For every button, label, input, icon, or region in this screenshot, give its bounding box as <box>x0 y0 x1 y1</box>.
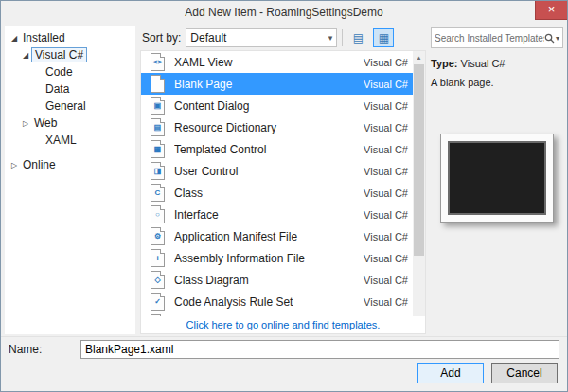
collapsed-triangle-icon: ▷ <box>9 161 20 169</box>
application-manifest-file-icon: ⚙ <box>151 227 165 245</box>
template-item-interface[interactable]: ○ Interface Visual C# <box>141 204 425 225</box>
expanded-triangle-icon: ◢ <box>9 34 20 43</box>
medium-icons-view-button[interactable]: ▤ <box>347 28 368 47</box>
user-control-icon: ◨ <box>151 162 165 180</box>
template-rows: <> XAML View Visual C# Blank Page Visual… <box>141 51 425 316</box>
type-label: Type: <box>431 58 458 69</box>
tree-spacer <box>5 149 135 156</box>
button-row: Add Cancel <box>1 361 567 391</box>
code-file-icon: <> <box>151 314 165 316</box>
template-item-application-manifest-file[interactable]: ⚙ Application Manifest File Visual C# <box>141 225 425 247</box>
template-type-line: Type: Visual C# <box>431 58 563 69</box>
class-diagram-icon: ◇ <box>151 271 165 289</box>
grid-view-icon: ▦ <box>379 31 389 45</box>
content-dialog-icon: ▣ <box>151 97 165 115</box>
online-templates-link-row: Click here to go online and find templat… <box>141 316 425 333</box>
add-button[interactable]: Add <box>417 363 484 383</box>
window-title: Add New Item - RoamingSettingsDemo <box>1 6 567 19</box>
titlebar: Add New Item - RoamingSettingsDemo × <box>1 1 567 24</box>
type-value: Visual C# <box>461 58 506 69</box>
code-analysis-rule-set-icon: ✓ <box>151 293 165 311</box>
sidebar-item-visual-csharp[interactable]: ◢ Visual C# <box>5 46 135 63</box>
template-item-templated-control[interactable]: ▦ Templated Control Visual C# <box>141 138 425 160</box>
template-item-code-analysis-rule-set[interactable]: ✓ Code Analysis Rule Set Visual C# <box>141 291 425 312</box>
name-row: Name: <box>1 336 567 361</box>
chevron-down-icon: ▾ <box>328 33 333 43</box>
sidebar-item-xaml[interactable]: XAML <box>5 132 135 149</box>
scrollbar-thumb[interactable] <box>414 64 424 256</box>
sidebar-item-web[interactable]: ▷ Web <box>5 115 135 132</box>
template-item-xaml-view[interactable]: <> XAML View Visual C# <box>141 51 425 73</box>
sidebar-item-data[interactable]: Data <box>5 80 135 98</box>
template-item-blank-page[interactable]: Blank Page Visual C# <box>141 73 425 95</box>
scroll-up-icon[interactable]: ▴ <box>413 51 425 63</box>
online-templates-link[interactable]: Click here to go online and find templat… <box>186 319 381 330</box>
interface-icon: ○ <box>151 205 165 223</box>
list-scrollbar[interactable]: ▴ <box>413 51 425 316</box>
dialog-body: ◢ Installed ◢ Visual C# Code Data Genera… <box>1 24 567 336</box>
template-item-user-control[interactable]: ◨ User Control Visual C# <box>141 160 425 182</box>
resource-dictionary-icon: ▤ <box>151 118 165 136</box>
search-input[interactable] <box>435 33 544 44</box>
xaml-view-icon: <> <box>151 53 165 71</box>
close-icon: × <box>548 2 556 16</box>
template-pane: Sort by: Default ▾ ▤ ▦ <> XAML View <box>140 26 426 334</box>
templated-control-icon: ▦ <box>151 140 165 158</box>
chevron-down-icon[interactable]: ▾ <box>556 34 559 43</box>
add-new-item-dialog: Add New Item - RoamingSettingsDemo × ◢ I… <box>0 0 568 392</box>
sidebar-item-general[interactable]: General <box>5 98 135 115</box>
search-box: ▾ <box>431 27 563 48</box>
template-description: A blank page. <box>431 77 563 88</box>
sidebar-item-installed[interactable]: ◢ Installed <box>5 29 135 46</box>
sidebar-item-online[interactable]: ▷ Online <box>5 156 135 173</box>
list-view-icon: ▤ <box>353 31 364 45</box>
category-tree: ◢ Installed ◢ Visual C# Code Data Genera… <box>5 26 135 334</box>
template-item-content-dialog[interactable]: ▣ Content Dialog Visual C# <box>141 95 425 116</box>
expanded-triangle-icon: ◢ <box>20 51 31 60</box>
template-item-class[interactable]: C Class Visual C# <box>141 182 425 204</box>
search-icon[interactable] <box>544 33 555 44</box>
sort-toolbar: Sort by: Default ▾ ▤ ▦ <box>140 26 426 50</box>
class-icon: C <box>151 184 165 202</box>
blank-page-icon <box>151 75 165 93</box>
template-item-class-diagram[interactable]: ◇ Class Diagram Visual C# <box>141 269 425 291</box>
template-item-assembly-information-file[interactable]: i Assembly Information File Visual C# <box>141 247 425 269</box>
collapsed-triangle-icon: ▷ <box>20 119 31 128</box>
assembly-information-file-icon: i <box>151 249 165 267</box>
template-list: <> XAML View Visual C# Blank Page Visual… <box>140 50 426 334</box>
preview-screen <box>448 141 546 215</box>
name-label: Name: <box>9 343 77 356</box>
sidebar-item-code[interactable]: Code <box>5 63 135 80</box>
detail-pane: ▾ Type: Visual C# A blank page. <box>431 26 563 334</box>
template-preview-image <box>440 134 554 223</box>
toolbar-separator <box>342 29 343 46</box>
close-button[interactable]: × <box>535 1 567 20</box>
template-item-resource-dictionary[interactable]: ▤ Resource Dictionary Visual C# <box>141 116 425 138</box>
name-input[interactable] <box>80 340 559 359</box>
sort-by-dropdown[interactable]: Default ▾ <box>186 28 337 47</box>
sort-by-label: Sort by: <box>142 31 181 45</box>
cancel-button[interactable]: Cancel <box>491 363 558 383</box>
small-icons-view-button[interactable]: ▦ <box>373 28 394 47</box>
